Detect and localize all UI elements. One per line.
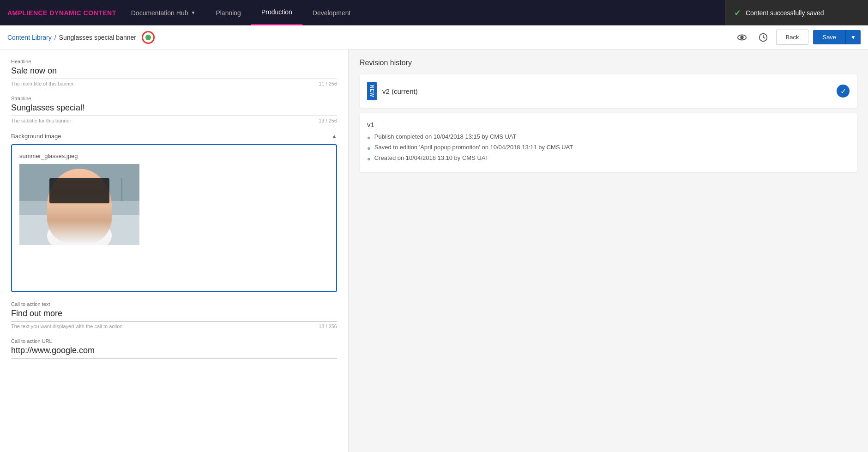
cta-text-hint-text: The text you want displayed with the cal…: [11, 324, 123, 329]
svg-point-14: [63, 197, 76, 207]
save-button[interactable]: Save: [813, 30, 845, 44]
tab-production[interactable]: Production: [251, 0, 302, 25]
revision-v1-label: v1: [367, 121, 850, 128]
cta-text-label: Call to action text: [11, 301, 337, 307]
svg-point-1: [741, 36, 743, 39]
revision-v2-card[interactable]: NEW v2 (current) ✓: [360, 74, 857, 108]
status-indicator: [142, 31, 155, 44]
preview-button[interactable]: [734, 29, 750, 46]
cta-url-value[interactable]: http://www.google.com: [11, 346, 337, 359]
strapline-char-count: 19 / 256: [319, 118, 337, 123]
bullet-text: Saved to edition 'April popup promotion'…: [374, 144, 573, 151]
breadcrumb-library-link[interactable]: Content Library: [7, 34, 52, 41]
strapline-hint-text: The subtitle for this banner: [11, 118, 71, 123]
strapline-hint-row: The subtitle for this banner 19 / 256: [11, 118, 337, 123]
cta-url-label: Call to action URL: [11, 338, 337, 344]
tab-planning[interactable]: Planning: [205, 0, 251, 25]
headline-field-group: Headline Sale now on The main title of t…: [11, 59, 337, 86]
svg-rect-9: [72, 208, 86, 222]
revision-history-panel: Revision history NEW v2 (current) ✓ v1 ●…: [349, 49, 868, 452]
strapline-value[interactable]: Sunglasses special!: [11, 103, 337, 116]
tab-doc-hub[interactable]: Documentation Hub ▼: [121, 0, 206, 25]
bullet-text: Publish completed on 10/04/2018 13:15 by…: [374, 133, 517, 140]
status-dot: [145, 35, 151, 40]
revision-v1-bullets: ● Publish completed on 10/04/2018 13:15 …: [367, 133, 850, 162]
save-dropdown-button[interactable]: ▼: [845, 30, 861, 44]
strapline-label: Strapline: [11, 96, 337, 101]
history-button[interactable]: [755, 29, 772, 46]
svg-rect-7: [121, 178, 122, 201]
revision-history-title: Revision history: [360, 59, 857, 67]
bullet-text: Created on 10/04/2018 13:10 by CMS UAT: [374, 154, 489, 161]
success-toast: ✔ Content successfully saved: [725, 0, 868, 25]
bullet-icon: ●: [367, 134, 371, 141]
svg-point-17: [64, 219, 81, 230]
revision-v2-label: v2 (current): [382, 87, 831, 95]
list-item: ● Saved to edition 'April popup promotio…: [367, 144, 850, 152]
image-filename: summer_glasses.jpeg: [19, 153, 329, 159]
cta-url-field-group: Call to action URL http://www.google.com: [11, 338, 337, 359]
cta-text-char-count: 13 / 256: [319, 324, 337, 329]
strapline-field-group: Strapline Sunglasses special! The subtit…: [11, 96, 337, 123]
background-image-label: Background image: [11, 133, 61, 140]
svg-rect-16: [75, 200, 84, 202]
svg-point-11: [58, 176, 101, 203]
list-item: ● Publish completed on 10/04/2018 13:15 …: [367, 133, 850, 141]
collapse-icon[interactable]: ▲: [332, 133, 337, 140]
background-image-section-header: Background image ▲: [11, 133, 337, 140]
svg-point-10: [59, 175, 100, 223]
svg-point-8: [47, 217, 112, 245]
headline-hint-row: The main title of this banner 11 / 256: [11, 81, 337, 86]
cta-text-value[interactable]: Find out more: [11, 309, 337, 322]
headline-label: Headline: [11, 59, 337, 64]
svg-rect-4: [19, 215, 139, 245]
main-layout: Headline Sale now on The main title of t…: [0, 49, 868, 452]
svg-rect-13: [61, 196, 98, 209]
nav-tabs: Documentation Hub ▼ Planning Production …: [121, 0, 361, 25]
check-icon: ✔: [734, 8, 741, 18]
current-version-check: ✓: [837, 85, 850, 98]
breadcrumb: Content Library / Sunglasses special ban…: [7, 31, 734, 44]
svg-point-15: [83, 197, 96, 207]
headline-char-count: 11 / 256: [319, 81, 337, 86]
cta-text-field-group: Call to action text Find out more The te…: [11, 301, 337, 329]
headline-hint-text: The main title of this banner: [11, 81, 74, 86]
svg-rect-6: [102, 183, 104, 201]
top-navigation: AMPLIENCE DYNAMIC CONTENT Documentation …: [0, 0, 868, 25]
breadcrumb-separator: /: [54, 34, 56, 41]
image-preview: [19, 164, 139, 245]
breadcrumb-bar: Content Library / Sunglasses special ban…: [0, 25, 868, 49]
headline-value[interactable]: Sale now on: [11, 66, 337, 79]
content-editor-panel: Headline Sale now on The main title of t…: [0, 49, 349, 452]
breadcrumb-current-item: Sunglasses special banner: [59, 34, 136, 41]
list-item: ● Created on 10/04/2018 13:10 by CMS UAT: [367, 154, 850, 162]
cta-text-hint-row: The text you want displayed with the cal…: [11, 324, 337, 329]
toast-message: Content successfully saved: [746, 9, 824, 17]
image-upload-area[interactable]: summer_glasses.jpeg: [11, 144, 337, 292]
brand-first: AMPLIENCE: [7, 9, 49, 17]
chevron-down-icon: ▼: [191, 10, 195, 15]
new-badge: NEW: [367, 82, 377, 100]
bullet-icon: ●: [367, 145, 371, 152]
brand-logo: AMPLIENCE DYNAMIC CONTENT: [7, 9, 116, 17]
back-button[interactable]: Back: [776, 30, 809, 45]
breadcrumb-actions: Back Save ▼: [734, 29, 861, 46]
save-button-group: Save ▼: [813, 30, 861, 44]
revision-v1-card[interactable]: v1 ● Publish completed on 10/04/2018 13:…: [360, 113, 857, 172]
svg-point-12: [58, 177, 101, 197]
brand-second: DYNAMIC CONTENT: [49, 9, 116, 17]
tab-development[interactable]: Development: [302, 0, 361, 25]
bullet-icon: ●: [367, 155, 371, 162]
